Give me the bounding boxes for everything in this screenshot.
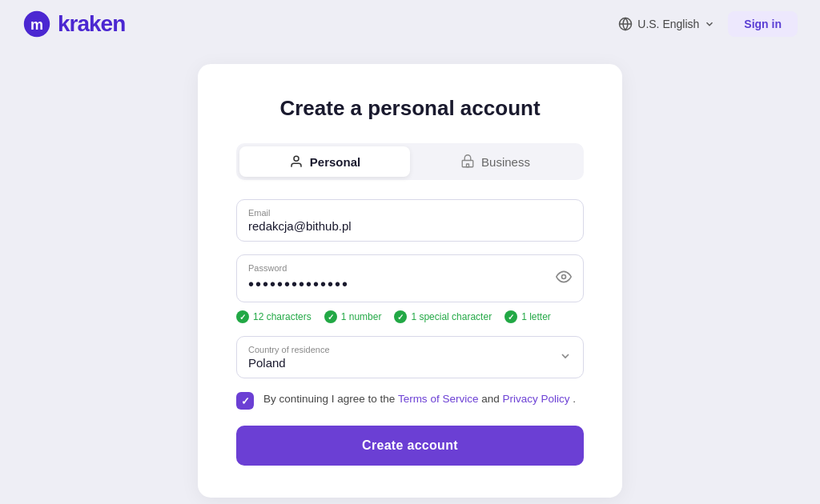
terms-text: By continuing I agree to the Terms of Se… — [263, 391, 576, 407]
terms-text-and: and — [481, 393, 502, 405]
req-number-check — [324, 310, 337, 323]
req-letter-check — [504, 310, 517, 323]
req-number: 1 number — [324, 310, 382, 323]
country-field-group: Country of residence Poland — [236, 336, 584, 378]
terms-checkbox[interactable] — [236, 392, 254, 410]
account-type-tabs: Personal Business — [236, 143, 584, 180]
sign-in-button[interactable]: Sign in — [728, 11, 798, 37]
terms-row: By continuing I agree to the Terms of Se… — [236, 391, 584, 410]
tab-personal-label: Personal — [310, 155, 360, 169]
country-field-wrapper[interactable]: Country of residence Poland — [236, 336, 584, 378]
country-label: Country of residence — [248, 345, 572, 354]
password-label: Password — [248, 263, 572, 273]
req-characters-label: 12 characters — [253, 311, 312, 322]
tab-personal[interactable]: Personal — [239, 146, 410, 177]
language-label: U.S. English — [637, 18, 699, 30]
svg-text:m: m — [30, 17, 43, 33]
dropdown-arrow-icon[interactable] — [559, 350, 572, 366]
page-title: Create a personal account — [236, 96, 584, 121]
req-letter: 1 letter — [504, 310, 551, 323]
building-icon — [460, 154, 475, 169]
privacy-policy-link[interactable]: Privacy Policy — [502, 393, 569, 405]
svg-point-10 — [562, 275, 566, 279]
req-special-check — [394, 310, 407, 323]
password-field-group: Password •••••••••••••• 12 characters — [236, 254, 584, 323]
header-right: U.S. English Sign in — [618, 11, 798, 37]
password-value: •••••••••••••• — [248, 274, 572, 294]
password-requirements: 12 characters 1 number 1 special charact… — [236, 310, 584, 323]
header: m kraken U.S. English Sign in — [0, 0, 820, 48]
req-letter-label: 1 letter — [521, 311, 551, 322]
chevron-down-icon — [704, 18, 715, 30]
registration-card: Create a personal account Personal — [198, 64, 622, 498]
toggle-password-icon[interactable] — [556, 269, 572, 288]
email-field-group: Email redakcja@bithub.pl — [236, 199, 584, 242]
globe-icon — [618, 17, 633, 31]
tab-business[interactable]: Business — [410, 146, 581, 177]
req-number-label: 1 number — [341, 311, 382, 322]
email-label: Email — [248, 208, 572, 218]
password-field-wrapper[interactable]: Password •••••••••••••• — [236, 254, 584, 302]
language-selector[interactable]: U.S. English — [618, 17, 715, 31]
terms-of-service-link[interactable]: Terms of Service — [398, 393, 479, 405]
kraken-logo-icon: m — [22, 10, 51, 38]
main-content: Create a personal account Personal — [0, 48, 820, 504]
req-characters-check — [236, 310, 249, 323]
email-value: redakcja@bithub.pl — [248, 219, 572, 233]
email-field-wrapper[interactable]: Email redakcja@bithub.pl — [236, 199, 584, 242]
req-special: 1 special character — [394, 310, 492, 323]
svg-point-4 — [294, 156, 299, 161]
person-icon — [289, 154, 303, 169]
logo-text: kraken — [58, 11, 125, 37]
create-account-button[interactable]: Create account — [236, 426, 584, 466]
req-characters: 12 characters — [236, 310, 312, 323]
terms-text-after: . — [573, 393, 576, 405]
svg-rect-9 — [467, 164, 469, 167]
terms-text-before: By continuing I agree to the — [263, 393, 398, 405]
logo: m kraken — [22, 10, 125, 38]
country-value: Poland — [248, 356, 572, 370]
tab-business-label: Business — [481, 155, 530, 169]
req-special-label: 1 special character — [411, 311, 492, 322]
